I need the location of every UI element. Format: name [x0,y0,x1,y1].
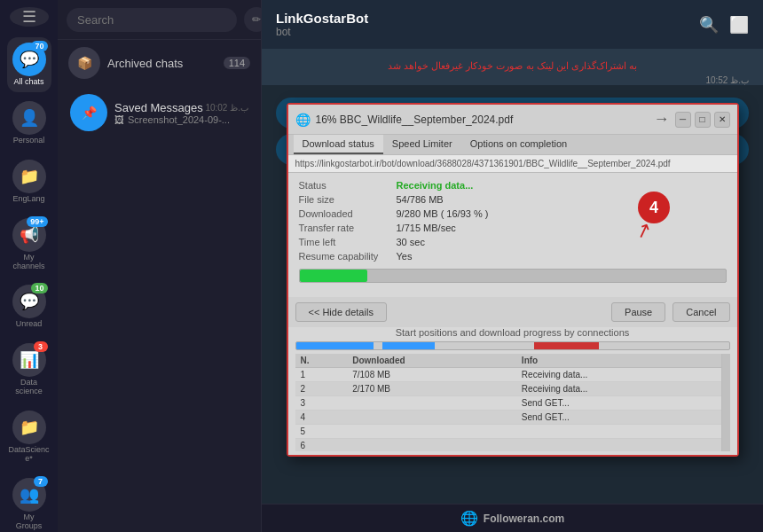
sidebar-label-my-groups: My Groups [11,513,48,531]
arrow-indicator: → [654,110,670,129]
sidebar-item-my-channels[interactable]: 📢 99+ My channels [7,213,51,277]
maximize-button[interactable]: □ [695,112,711,128]
downloaded-value: 9/280 MB ( 16/93 % ) [397,208,489,219]
conn1-info: Receiving data... [516,368,721,382]
table-header-row: N. Downloaded Info [295,354,721,368]
sidebar-label-englang: EngLang [12,195,44,204]
conn4-n: 4 [295,411,348,425]
filesize-value: 54/786 MB [397,194,444,205]
search-input[interactable] [67,8,237,32]
tab-download-status[interactable]: Download status [294,135,383,154]
dialog-actions: << Hide details Pause Cancel [288,297,737,327]
menu-button[interactable]: ☰ [10,7,49,27]
saved-messages-name: Saved Messages [114,101,203,114]
dialog-title-bar: 🌐 16% BBC_Wildlife__September_2024.pdf →… [288,105,737,135]
sidebar-item-englang[interactable]: 📁 EngLang [7,154,51,209]
resume-value: Yes [397,251,413,262]
resume-label: Resume capability [299,251,397,262]
conn1-downloaded: 7/108 MB [347,368,516,382]
archived-chats-row[interactable]: 📦 Archived chats 114 [58,40,261,86]
conn-seg-3 [534,342,599,349]
chat-header-left: LinkGostarBot bot [276,11,368,38]
conn3-info: Send GET... [516,396,721,411]
time-left-value: 30 sec [397,237,425,247]
data-science-icon: 📊 3 [12,343,46,377]
unread-icon: 💬 10 [12,285,46,318]
right-buttons: Pause Cancel [611,302,729,322]
tab-speed-limiter[interactable]: Speed Limiter [383,135,461,154]
conn1-n: 1 [295,368,348,382]
my-channels-badge: 99+ [27,216,47,227]
conn5-downloaded [347,425,516,439]
layout-icon[interactable]: ⬜ [729,15,749,35]
table-row: 2 2/170 MB Receiving data... [295,382,721,396]
sidebar-item-unread[interactable]: 💬 10 Unread [7,279,51,334]
sidebar-item-datascience-e[interactable]: 📁 DataScienc e* [7,405,51,469]
chat-name-row: Saved Messages 10:02 ب.ظ [114,101,248,114]
conn-seg-1 [296,342,374,349]
window-controls: ─ □ ✕ [675,112,730,128]
chat-item-saved-messages[interactable]: 📌 Saved Messages 10:02 ب.ظ 🖼 Screenshot_… [61,87,257,138]
bottom-bar-label: Followeran.com [484,512,564,525]
table-row: 1 7/108 MB Receiving data... [295,368,721,382]
data-science-badge: 3 [34,341,48,352]
connections-section: Start positions and download progress by… [288,327,737,455]
dialog-title: 16% BBC_Wildlife__September_2024.pdf [316,113,649,126]
time-left-row: Time left 30 sec [299,237,727,247]
status-label: Status [299,180,397,191]
connections-progress-bar [295,341,730,350]
conn6-info [516,439,721,452]
my-groups-badge: 7 [34,476,48,487]
archive-icon: 📦 [68,47,100,79]
cancel-button[interactable]: Cancel [673,302,729,322]
connections-table: N. Downloaded Info 1 7/108 MB Receiving … [295,354,721,451]
hide-details-button[interactable]: << Hide details [295,302,387,322]
sidebar-item-my-groups[interactable]: 👥 7 My Groups [7,473,51,532]
bot-name: LinkGostarBot [276,11,368,26]
progress-bar-outer [299,269,727,283]
chat-header-icons: 🔍 ⬜ [699,15,749,35]
scrollbar-track[interactable] [721,354,730,451]
conn4-downloaded [347,411,516,425]
sidebar-label-unread: Unread [16,320,43,329]
search-chat-icon[interactable]: 🔍 [699,15,719,35]
dialog-tabs: Download status Speed Limiter Options on… [288,135,737,155]
sidebar-item-personal[interactable]: 👤 Personal [7,96,51,151]
sidebar-item-data-science[interactable]: 📊 3 Data science [7,338,51,402]
saved-messages-time: 10:02 ب.ظ [205,103,248,113]
conn5-n: 5 [295,425,348,439]
msg-time: 10:52 ب.ظ [276,75,749,85]
chat-header: LinkGostarBot bot 🔍 ⬜ [262,0,763,50]
download-url: https://linkgostarbot.ir/bot/download/36… [288,155,737,173]
archived-badge: 114 [224,57,250,69]
red-notice: به اشتراک‌گذاری این لینک به صورت خودکار … [276,57,749,75]
unread-badge: 10 [31,283,47,293]
minimize-button[interactable]: ─ [675,112,691,128]
hamburger-icon: ☰ [22,7,36,27]
all-chats-icon: 💬 70 [12,43,46,76]
sidebar-item-all-chats[interactable]: 💬 70 All chats [7,37,51,92]
time-left-label: Time left [299,237,397,247]
personal-icon: 👤 [12,101,46,135]
my-channels-icon: 📢 99+ [12,218,46,252]
globe-icon: 🌐 [460,510,478,527]
datascience-e-icon: 📁 [12,411,46,444]
search-bar: ✏ 👤 [58,0,261,40]
table-row: 3 Send GET... [295,396,721,411]
messages-area: به اشتراک‌گذاری این لینک به صورت خودکار … [262,50,763,504]
status-row: Status Receiving data... [299,180,727,191]
sidebar: ☰ 💬 70 All chats 👤 Personal 📁 EngLang 📢 … [0,0,58,532]
conn-seg-2 [382,342,435,349]
transfer-rate-label: Transfer rate [299,223,397,233]
tab-options-on-completion[interactable]: Options on completion [461,135,576,154]
close-button[interactable]: ✕ [714,112,730,128]
englang-icon: 📁 [12,160,46,193]
pause-button[interactable]: Pause [611,302,665,322]
saved-messages-info: Saved Messages 10:02 ب.ظ 🖼 Screenshot_20… [114,101,248,125]
conn6-n: 6 [295,439,348,452]
sidebar-label-all-chats: All chats [13,78,43,87]
downloaded-label: Downloaded [299,208,397,219]
conn5-info [516,425,721,439]
preview-icon: 🖼 [114,114,124,125]
connections-title: Start positions and download progress by… [295,327,730,338]
